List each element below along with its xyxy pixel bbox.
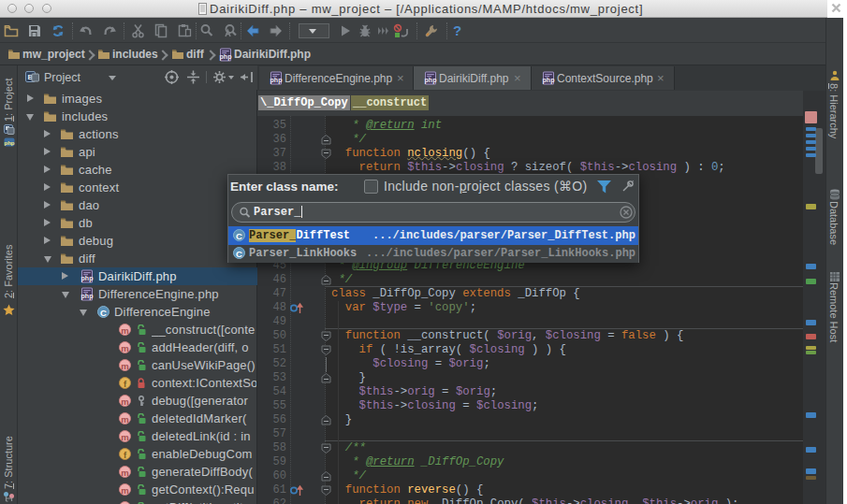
svg-text:php: php [543,77,555,84]
svg-text:php: php [81,293,94,300]
svg-text:php: php [81,275,94,282]
svg-text:php: php [5,140,15,146]
svg-text:php: php [220,53,232,61]
svg-text:php: php [425,77,437,84]
svg-text:php: php [270,77,283,84]
